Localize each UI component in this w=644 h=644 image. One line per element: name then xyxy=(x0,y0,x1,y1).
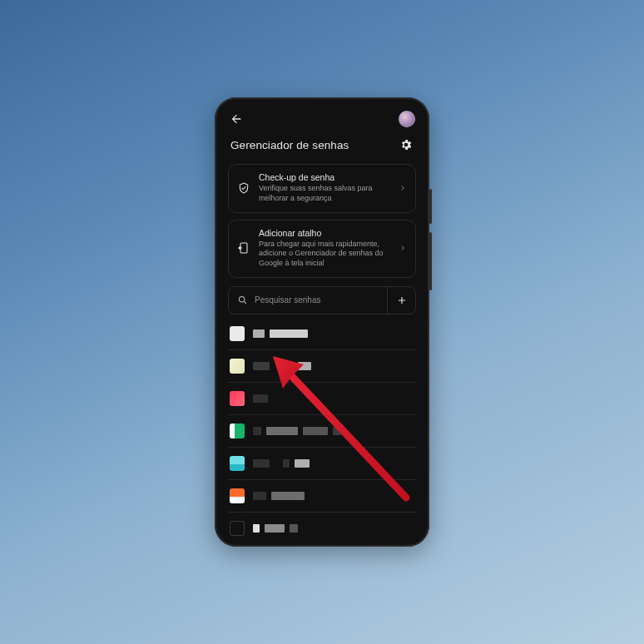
redacted-label xyxy=(253,362,311,370)
redacted-label xyxy=(253,329,308,338)
redacted-label xyxy=(253,492,305,500)
site-favicon xyxy=(230,521,245,536)
site-favicon xyxy=(230,326,245,341)
side-button xyxy=(429,232,432,290)
card-body: Check-up de senha Verifique suas senhas … xyxy=(259,172,390,204)
search-input[interactable]: Pesquisar senhas xyxy=(229,287,387,314)
card-title: Adicionar atalho xyxy=(259,228,390,239)
password-row[interactable] xyxy=(228,318,416,350)
search-icon xyxy=(237,295,248,305)
password-row[interactable] xyxy=(228,350,416,383)
card-checkup[interactable]: Check-up de senha Verifique suas senhas … xyxy=(228,164,416,213)
chevron-right-icon xyxy=(397,244,409,252)
card-subtitle: Verifique suas senhas salvas para melhor… xyxy=(259,184,390,203)
settings-button[interactable] xyxy=(399,137,414,152)
search-placeholder: Pesquisar senhas xyxy=(255,295,321,305)
gear-icon xyxy=(399,138,413,151)
password-list xyxy=(228,318,416,538)
screen: Gerenciador de senhas Check-up de senha … xyxy=(220,104,424,538)
shortcut-icon xyxy=(235,241,252,255)
password-row[interactable] xyxy=(228,480,416,513)
back-button[interactable] xyxy=(229,111,244,126)
site-favicon xyxy=(230,456,245,471)
page-title: Gerenciador de senhas xyxy=(230,139,349,151)
site-favicon xyxy=(230,488,245,503)
password-row[interactable] xyxy=(228,383,416,415)
site-favicon xyxy=(230,424,245,438)
password-row[interactable] xyxy=(228,513,416,538)
redacted-label xyxy=(253,394,268,403)
avatar[interactable] xyxy=(399,111,415,127)
side-button xyxy=(429,189,432,224)
card-title: Check-up de senha xyxy=(259,172,390,183)
redacted-label xyxy=(253,427,341,435)
card-subtitle: Para chegar aqui mais rapidamente, adici… xyxy=(259,240,390,269)
redacted-label xyxy=(253,459,310,468)
arrow-left-icon xyxy=(230,112,243,126)
password-row[interactable] xyxy=(228,415,416,448)
password-row[interactable] xyxy=(228,448,416,480)
search-row: Pesquisar senhas xyxy=(228,286,416,315)
topbar xyxy=(220,104,424,132)
card-body: Adicionar atalho Para chegar aqui mais r… xyxy=(259,228,390,269)
title-row: Gerenciador de senhas xyxy=(220,132,424,161)
plus-icon xyxy=(396,295,408,306)
svg-point-1 xyxy=(239,297,245,303)
chevron-right-icon xyxy=(397,184,409,192)
site-favicon xyxy=(230,359,245,374)
site-favicon xyxy=(230,391,245,406)
card-shortcut[interactable]: Adicionar atalho Para chegar aqui mais r… xyxy=(228,220,416,278)
redacted-label xyxy=(253,524,298,533)
checkup-icon xyxy=(235,181,252,195)
add-password-button[interactable] xyxy=(387,287,415,314)
phone-frame: Gerenciador de senhas Check-up de senha … xyxy=(215,97,429,547)
